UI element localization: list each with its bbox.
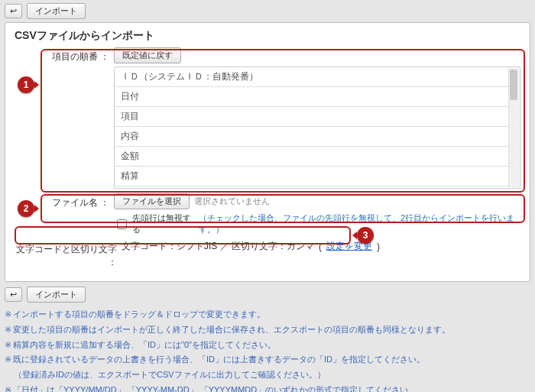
note-line: ※既に登録されているデータの上書きを行う場合、「ID」には上書きするデータの「I… (5, 352, 530, 368)
order-label: 項目の順番 ： (15, 47, 114, 63)
notes: ※インポートする項目の順番をドラッグ＆ドロップで変更できます。 ※変更した項目の… (5, 307, 530, 392)
scrollbar-thumb[interactable] (510, 70, 517, 100)
encoding-value: 文字コード：シフトJIS ／ 区切り文字：カンマ (122, 240, 314, 253)
import-button-top[interactable]: インポート (27, 3, 86, 19)
scrollbar[interactable] (508, 68, 519, 187)
import-button-bottom[interactable]: インポート (27, 287, 86, 303)
back-icon: ↩ (10, 290, 17, 300)
callout-3: 3 (357, 227, 374, 244)
list-item[interactable]: 報告 (115, 186, 520, 189)
encoding-label: 文字コードと区切り文字 ： (15, 240, 122, 269)
callout-2: 2 (18, 200, 34, 217)
list-item[interactable]: 日付 (115, 87, 520, 107)
note-line: ※精算内容を新規に追加する場合、「ID」には"0"を指定してください。 (5, 338, 530, 353)
list-item[interactable]: 項目 (115, 107, 520, 127)
back-button[interactable]: ↩ (5, 4, 22, 18)
choose-file-button[interactable]: ファイルを選択 (114, 193, 190, 209)
skip-first-row-label: 先頭行は無視する (132, 212, 196, 235)
list-item[interactable]: 金額 (115, 147, 520, 167)
list-item[interactable]: 内容 (115, 127, 520, 147)
note-line: ※インポートする項目の順番をドラッグ＆ドロップで変更できます。 (5, 307, 530, 322)
list-item[interactable]: 精算 (115, 167, 520, 186)
reset-order-button[interactable]: 既定値に戻す (114, 47, 181, 63)
list-item[interactable]: ＩＤ（システムＩＤ：自動発番） (115, 67, 520, 87)
file-status: 選択されていません (194, 196, 270, 207)
field-order-list[interactable]: ＩＤ（システムＩＤ：自動発番） 日付 項目 内容 金額 精算 報告 (114, 66, 520, 189)
note-line: ※「日付」は「YYYY/MM/DD」,「YYYY-MM-DD」,「YYYYMMD… (5, 383, 530, 392)
panel-title: CSVファイルからインポート (15, 29, 520, 43)
back-button-bottom[interactable]: ↩ (5, 287, 22, 302)
note-line: ※変更した項目の順番はインポートが正しく終了した場合に保存され、エクスポートの項… (5, 322, 530, 338)
note-line: （登録済みIDの値は、エクスポートでCSVファイルに出力してご確認ください。） (5, 368, 530, 383)
callout-1: 1 (18, 76, 34, 93)
import-panel: CSVファイルからインポート 1 2 3 .callout[data-name=… (5, 22, 530, 282)
back-icon: ↩ (10, 6, 17, 16)
skip-first-row-checkbox[interactable] (117, 219, 127, 229)
